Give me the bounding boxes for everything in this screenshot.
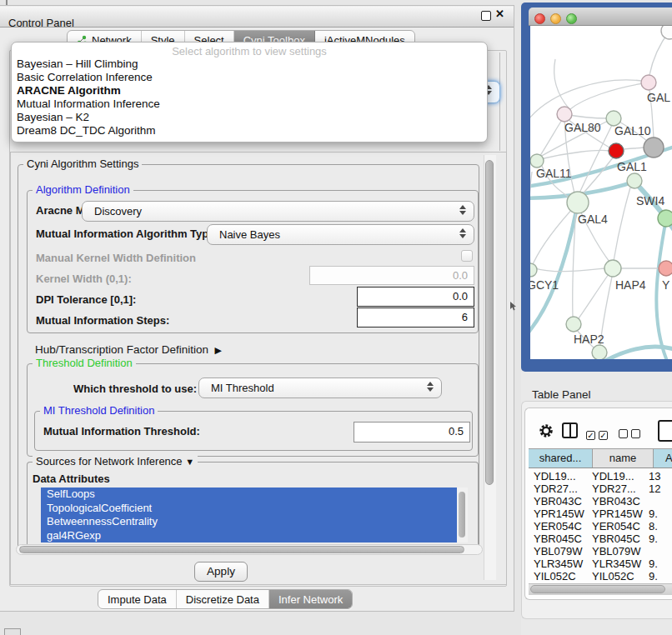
float-window-button[interactable] xyxy=(481,11,491,21)
dropdown-item-selected[interactable]: ARACNE Algorithm xyxy=(12,84,487,98)
network-window-titlebar[interactable] xyxy=(529,8,672,26)
which-threshold-select[interactable]: MI Threshold xyxy=(198,378,442,398)
dropdown-item[interactable]: Dream8 DC_TDC Algorithm xyxy=(12,124,487,138)
table-row[interactable]: YBL079WYBL079W xyxy=(529,545,672,558)
table-row[interactable]: YLR345WYLR345W9. xyxy=(529,558,672,570)
node-bottom-partial[interactable] xyxy=(592,345,607,359)
node-gal11[interactable] xyxy=(530,154,544,168)
collapsed-panel-widget[interactable] xyxy=(4,628,21,635)
node-gcy1[interactable] xyxy=(530,263,537,277)
column-header-partial[interactable]: A xyxy=(654,449,672,468)
list-item[interactable]: TopologicalCoefficient xyxy=(41,502,457,516)
node-gal80[interactable] xyxy=(557,107,572,122)
dropdown-item[interactable]: Bayesian – K2 xyxy=(12,111,487,124)
close-panel-button[interactable]: ✕ xyxy=(495,8,504,20)
sources-collapse-toggle[interactable]: Sources for Network Inference ▼ xyxy=(33,455,198,468)
background-panel-border xyxy=(499,52,500,151)
network-edge[interactable] xyxy=(579,274,609,318)
group-label: Algorithm Definition xyxy=(33,183,133,196)
unselected-columns-icon[interactable] xyxy=(619,427,644,442)
mi-threshold-label: Mutual Information Threshold: xyxy=(43,425,200,438)
network-edge[interactable] xyxy=(554,59,569,109)
settings-vertical-scrollbar[interactable] xyxy=(484,155,496,580)
attribute-list: SelfLoops TopologicalCoefficient Between… xyxy=(41,488,468,542)
mi-algorithm-type-label: Mutual Information Algorithm Type: xyxy=(36,228,218,240)
table-row[interactable]: YIL052CYIL052C9. xyxy=(529,570,672,582)
settings-scroll-area: Cyni Algorithm Settings Algorithm Defini… xyxy=(10,152,507,585)
node-label-hap4: HAP4 xyxy=(615,278,646,292)
dropdown-item[interactable]: Bayesian – Hill Climbing xyxy=(12,58,487,71)
dropdown-item[interactable]: Mutual Information Inference xyxy=(12,98,487,111)
dropdown-item[interactable]: Basic Correlation Inference xyxy=(12,71,487,84)
table-row[interactable]: YER054CYER054C8. xyxy=(529,520,672,532)
table-row[interactable]: YPR145WYPR145W9. xyxy=(529,508,672,520)
node-label-gal80: GAL80 xyxy=(564,121,601,134)
node-right-green[interactable] xyxy=(658,210,672,227)
gear-icon[interactable] xyxy=(538,422,554,439)
table-row[interactable]: YBR043CYBR043C xyxy=(529,495,672,508)
settings-horizontal-scrollbar[interactable] xyxy=(16,544,483,555)
network-edge[interactable] xyxy=(531,208,574,268)
table-row[interactable]: YBR045CYBR045C9. xyxy=(529,532,672,545)
close-button[interactable] xyxy=(534,13,545,24)
tab-infer-network[interactable]: Infer Network xyxy=(269,590,352,608)
table-cell: YER054C xyxy=(589,520,645,532)
table-cell: YIL052C xyxy=(529,570,589,582)
column-header-shared-name[interactable]: shared... xyxy=(529,449,593,468)
group-threshold-definition: Threshold Definition Which threshold to … xyxy=(27,363,479,457)
node-gal4[interactable] xyxy=(567,192,589,213)
mi-threshold-field[interactable]: 0.5 xyxy=(354,422,470,442)
list-item[interactable]: gal4RGexp xyxy=(41,529,457,543)
kernel-width-label: Kernel Width (0,1): xyxy=(36,272,132,285)
node-label-gal1: GAL1 xyxy=(617,160,647,173)
scrollbar-thumb[interactable] xyxy=(19,546,464,553)
network-canvas[interactable]: GALGAL80GAL10GAL1GAL11SWI4GAL4GCY1HAP4YH… xyxy=(530,26,672,359)
aracne-mode-select[interactable]: Discovery xyxy=(82,201,474,222)
tab-impute-data[interactable]: Impute Data xyxy=(98,590,177,608)
mi-algorithm-type-select[interactable]: Naive Bayes xyxy=(207,224,474,245)
table-row[interactable]: YDL19...YDL19...13 xyxy=(529,470,672,482)
table-cell: YBL079W xyxy=(589,545,645,558)
table-cell: 9. xyxy=(645,558,672,570)
node-hap4[interactable] xyxy=(604,260,621,277)
mi-steps-field[interactable]: 6 xyxy=(357,308,474,328)
column-header-name[interactable]: name xyxy=(593,449,654,468)
zoom-button[interactable] xyxy=(566,13,577,24)
node-gal-top[interactable] xyxy=(641,75,656,90)
group-cyni-algorithm-settings: Cyni Algorithm Settings Algorithm Defini… xyxy=(18,164,479,549)
apply-button[interactable]: Apply xyxy=(194,562,248,582)
network-edge[interactable] xyxy=(532,268,605,272)
node-gal1-red[interactable] xyxy=(609,143,624,158)
node-top-partial[interactable] xyxy=(661,26,672,39)
list-item[interactable]: SelfLoops xyxy=(41,488,457,502)
control-panel-header: Control Panel xyxy=(0,7,514,28)
node-swi4[interactable] xyxy=(627,173,642,188)
scrollbar-thumb[interactable] xyxy=(485,160,494,485)
node-gray[interactable] xyxy=(644,138,664,158)
minimize-button[interactable] xyxy=(550,13,561,24)
document-icon[interactable] xyxy=(658,420,672,442)
split-table-icon[interactable] xyxy=(562,422,578,438)
kernel-width-field[interactable]: 0.0 xyxy=(309,266,474,285)
dpi-tolerance-field[interactable]: 0.0 xyxy=(357,287,474,307)
node-label-gal4: GAL4 xyxy=(578,212,608,226)
hub-definition-toggle[interactable]: Hub/Transcription Factor Definition ▶ xyxy=(35,343,222,356)
node-salmon[interactable] xyxy=(659,261,672,276)
scrollbar-thumb[interactable] xyxy=(459,492,465,538)
table-row[interactable]: YDR27...YDR27...12 xyxy=(529,482,672,495)
table-cell: YLR345W xyxy=(589,558,645,570)
node-hap2[interactable] xyxy=(566,317,581,332)
list-item[interactable]: BetweennessCentrality xyxy=(41,515,457,529)
table-cell: YBR045C xyxy=(589,532,645,545)
selected-columns-icon[interactable]: ✓✓ xyxy=(586,427,611,442)
tab-discretize-data[interactable]: Discretize Data xyxy=(177,590,269,608)
table-horizontal-scrollbar[interactable] xyxy=(529,583,672,595)
network-edge[interactable] xyxy=(624,148,644,149)
node-label-gal: GAL xyxy=(647,91,670,104)
network-edge[interactable] xyxy=(614,188,630,261)
scrollbar-thumb[interactable] xyxy=(530,585,665,593)
list-vertical-scrollbar[interactable] xyxy=(457,488,468,542)
manual-kernel-width-checkbox[interactable] xyxy=(461,250,473,262)
table-cell: YBR045C xyxy=(529,532,589,545)
table-cell: YIL052C xyxy=(589,570,645,582)
